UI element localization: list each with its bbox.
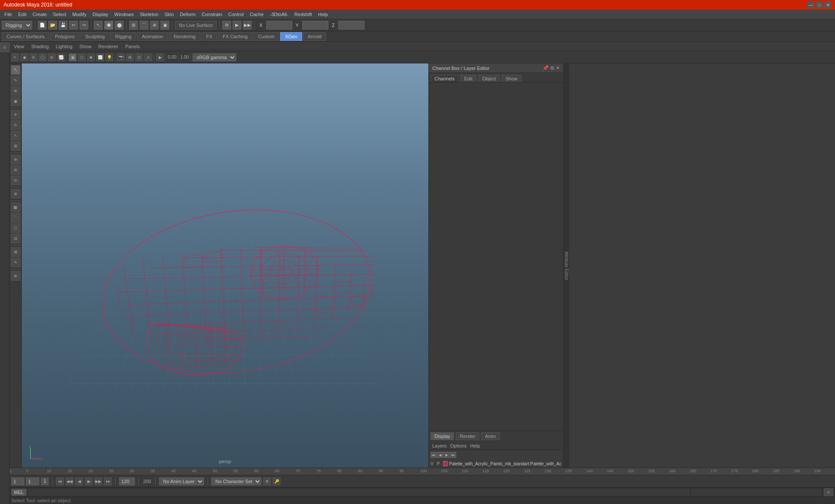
transform-btn[interactable]: ⊞ [11,141,20,151]
help-menu[interactable]: Help [470,443,480,448]
tab-curves-surfaces[interactable]: Curves / Surfaces [2,32,49,41]
current-frame-input[interactable] [26,477,39,485]
step-back-btn[interactable]: ◀◀ [66,477,73,485]
mel-input[interactable] [28,489,690,496]
timeline-track[interactable]: 1510152025303540455055606570758085909510… [10,468,835,475]
channel-box-pin-btn[interactable]: 📌 [543,65,549,71]
cb-tab-show[interactable]: Show [501,75,521,82]
tab-fx-caching[interactable]: FX Caching [218,32,252,41]
render-settings-btn[interactable]: ⚙ [222,21,231,30]
step-fwd-btn[interactable]: ▶▶ [94,477,102,485]
layer-visibility-btn[interactable]: V [431,461,435,466]
curve-btn[interactable]: ⌒ [11,213,20,222]
display-tab-render[interactable]: Render [456,432,479,440]
paint-select-btn[interactable]: ⬤ [115,21,124,30]
sub-tab-show[interactable]: Show [77,43,94,50]
menu-windows[interactable]: Windows [112,11,137,18]
attribute-editor-side-panel[interactable]: Attribute Editor [563,63,569,468]
snap-to-surface-btn[interactable]: ▣ [160,21,169,30]
left-strip-btn1[interactable]: ⊙ [0,43,10,52]
timeline[interactable]: 1510152025303540455055606570758085909510… [10,468,835,475]
tab-fx[interactable]: FX [201,32,217,41]
menu-file[interactable]: File [2,11,15,18]
close-button[interactable]: ✕ [825,1,832,8]
vp-solo-btn[interactable]: ⊛ [48,53,56,61]
maximize-button[interactable]: □ [816,1,823,8]
cluster-btn[interactable]: ⊝ [11,176,20,185]
options-menu[interactable]: Options [450,443,467,448]
layer-first-btn[interactable]: ⏮ [431,452,437,458]
x-input[interactable] [266,21,292,30]
menu-create[interactable]: Create [30,11,50,18]
start-frame-input[interactable] [11,477,24,485]
menu-3dto-all[interactable]: -3DtoAll- [267,11,291,18]
menu-skeleton[interactable]: Skeleton [137,11,161,18]
undo-btn[interactable]: ↩ [69,21,78,30]
script-editor-btn[interactable]: ≡ [824,488,833,496]
minimize-button[interactable]: — [807,1,814,8]
new-scene-btn[interactable]: 📄 [38,21,47,30]
vp-select-btn[interactable]: ↖ [11,53,19,61]
select-tool-btn[interactable]: ↖ [94,21,103,30]
extra-btn[interactable]: ⊕ [11,271,20,281]
ipr-render-btn[interactable]: ▶▶ [243,21,252,30]
vp-play-btn[interactable]: ▶ [156,53,164,61]
scale-tool-btn[interactable]: ⤡ [11,131,20,140]
cb-tab-edit[interactable]: Edit [460,75,476,82]
surface-btn[interactable]: ▦ [11,202,20,212]
go-to-start-btn[interactable]: ⏮ [56,477,64,485]
rotate-tool-btn[interactable]: ↻ [11,120,20,130]
tab-animation[interactable]: Animation [137,32,168,41]
vp-aa-btn[interactable]: A [144,53,152,61]
vp-break-btn[interactable]: ⊘ [30,53,37,61]
sub-tab-shading[interactable]: Shading [29,43,51,50]
menu-display[interactable]: Display [90,11,111,18]
show-manip-btn[interactable]: ⊗ [11,189,20,199]
channel-box-float-btn[interactable]: ⧉ [551,65,554,71]
autokey-btn[interactable]: 🔑 [273,477,281,485]
workspace-selector[interactable]: Rigging [2,21,32,30]
sub-tab-view[interactable]: View [11,43,27,50]
annotate-btn[interactable]: ✎ [11,258,20,267]
play-back-btn[interactable]: ◀ [75,477,83,485]
move-tool-btn[interactable]: ✛ [11,110,20,119]
joint-tool-btn[interactable]: ⊛ [11,155,20,164]
layer-next-btn[interactable]: ▶ [444,452,450,458]
menu-edit[interactable]: Edit [16,11,29,18]
tab-rendering[interactable]: Rendering [169,32,200,41]
vp-texture-btn[interactable]: ⬜ [96,53,104,61]
tab-rigging[interactable]: Rigging [110,32,136,41]
vp-light-btn[interactable]: 💡 [105,53,113,61]
lattice-btn[interactable]: ⊟ [11,234,20,243]
tab-polygons[interactable]: Polygons [50,32,79,41]
channel-box-close-btn[interactable]: ✕ [556,65,560,71]
paint-btn[interactable]: ✎ [11,76,20,85]
char-set-select[interactable]: No Character Set [211,477,261,485]
vp-flat-btn[interactable]: ■ [87,53,95,61]
snap-to-point-btn[interactable]: ⊕ [150,21,159,30]
menu-control[interactable]: Control [226,11,246,18]
z-input[interactable] [338,21,364,30]
ik-btn[interactable]: ⊜ [11,165,20,175]
vp-wireframe-btn[interactable]: ▣ [69,53,77,61]
save-scene-btn[interactable]: 💾 [59,21,67,30]
y-input[interactable] [302,21,328,30]
vp-hud-btn[interactable]: ⊡ [135,53,143,61]
menu-constrain[interactable]: Constrain [199,11,225,18]
open-scene-btn[interactable]: 📂 [48,21,57,30]
layer-prev-btn[interactable]: ◀ [437,452,443,458]
soft-mod-btn[interactable]: ◉ [11,96,20,106]
tab-arnold[interactable]: Arnold [303,32,327,41]
vp-graph-btn[interactable]: 📈 [57,53,65,61]
menu-deform[interactable]: Deform [177,11,198,18]
cb-tab-channels[interactable]: Channels [431,75,458,82]
snap-to-grid-btn[interactable]: ⊞ [129,21,138,30]
menu-skin[interactable]: Skin [162,11,176,18]
cb-tab-object[interactable]: Object [478,75,500,82]
menu-cache[interactable]: Cache [247,11,266,18]
measure-btn[interactable]: ⊠ [11,247,20,257]
menu-redshift[interactable]: Redshift [292,11,314,18]
tab-xgen[interactable]: XGen [280,32,302,41]
menu-select[interactable]: Select [50,11,69,18]
vp-grid-btn[interactable]: ⊞ [126,53,134,61]
